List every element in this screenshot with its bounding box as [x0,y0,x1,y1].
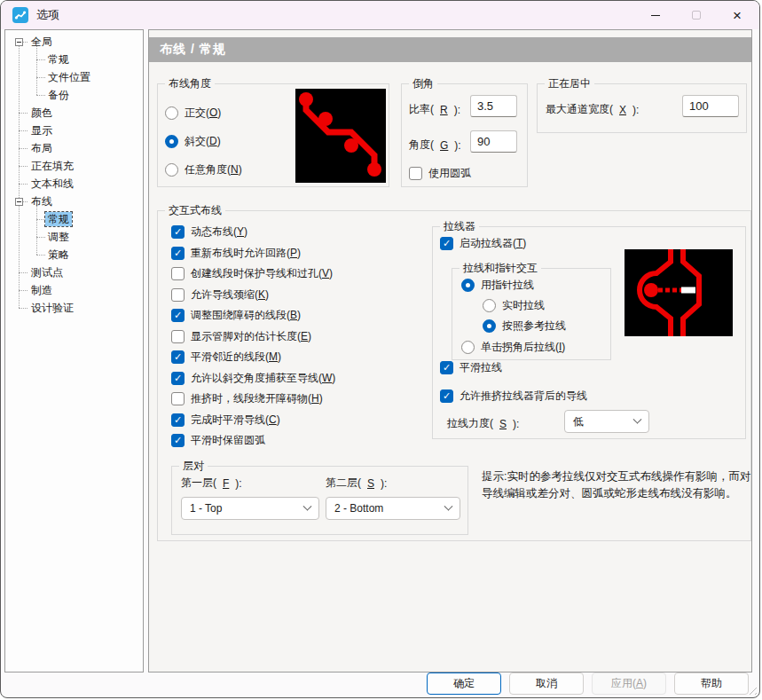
pcb-trace-icon [14,9,27,21]
checkbox-icon [171,225,185,239]
checkbox-row[interactable]: 动态布线(Y) [171,222,335,243]
push-behind-hug-checkbox[interactable]: 允许推挤拉线器背后的导线 [440,389,587,404]
enable-hug-checkbox[interactable]: 启动拉线器(T) [440,236,526,251]
minimize-icon [651,15,660,16]
radio-drag-with-pointer[interactable]: 用指针拉线 [461,278,534,293]
sidebar-item-label: 文件位置 [45,70,93,84]
interactive-routing-group: 交互式布线 动态布线(Y) 重新布线时允许回路(P) 创建线段时保护导线和过孔(… [157,210,751,541]
radio-follow-reference-drag[interactable]: 按照参考拉线 [483,319,566,334]
second-layer-label: 第二层(S): [326,476,387,491]
hug-group: 拉线器 启动拉线器(T) 拉线和指针交互 用指针拉线 实时拉线 [432,226,746,439]
sidebar-item-routing-general[interactable]: 常规 [7,210,141,228]
checkbox-icon [171,372,185,385]
max-channel-width-label: 最大通道宽度(X): [546,102,639,117]
sidebar-item-label: 测试点 [28,265,66,279]
checkbox-row[interactable]: 创建线段时保护导线和过孔(V) [171,263,335,285]
sidebar-item-label: 布局 [28,141,55,155]
sidebar-item-label: 全局 [28,35,55,49]
checkbox-row[interactable]: 允许导线颈缩(K) [171,285,335,306]
radio-label: 正交(O) [185,106,221,121]
chevron-down-icon [303,501,312,510]
title-bar: 选项 × [1,1,759,29]
ratio-input[interactable] [470,95,517,117]
collapse-icon[interactable] [15,198,23,206]
radio-icon [483,299,496,312]
help-button[interactable]: 帮助 [674,672,749,695]
radio-icon [165,106,178,120]
radio-any-angle[interactable]: 任意角度(N) [165,162,242,177]
max-channel-width-input[interactable] [682,95,739,117]
radio-label: 按照参考拉线 [502,319,566,334]
group-title: 布线角度 [165,77,215,90]
settings-sidebar: 全局 常规 文件位置 备份 颜色 显示 布局 正在填充 [4,29,144,672]
checkbox-label: 调整围绕障碍的线段(B) [191,308,301,323]
ok-button[interactable]: 确定 [427,672,501,695]
checkbox-row[interactable]: 平滑时保留圆弧 [171,430,335,452]
sidebar-item-label: 调整 [45,230,72,244]
checkbox-row[interactable]: 重新布线时允许回路(P) [171,243,335,264]
sidebar-item-routing[interactable]: 布线 [7,193,141,210]
checkbox-label: 平滑拉线 [460,360,502,375]
radio-drag-after-corner-click[interactable]: 单击拐角后拉线(I) [461,340,565,355]
sidebar-item-colors[interactable]: 颜色 [7,104,141,122]
sidebar-item-design-verification[interactable]: 设计验证 [7,299,141,317]
sidebar-item-label-selected: 常规 [45,212,72,226]
angle-input[interactable] [470,130,517,153]
sidebar-item-text-and-lines[interactable]: 文本和线 [7,175,141,193]
group-title: 正在居中 [545,77,594,90]
group-title: 层对 [179,460,208,473]
smooth-drag-checkbox[interactable]: 平滑拉线 [440,360,502,375]
sidebar-item-display[interactable]: 显示 [7,122,141,139]
checkbox-row[interactable]: 显示管脚对的估计长度(E) [171,326,335,348]
checkbox-label: 允许以斜交角度捕获至导线(W) [191,371,335,386]
drag-strength-select[interactable]: 低 [564,410,649,433]
sidebar-item-testpoints[interactable]: 测试点 [7,263,141,281]
radio-label: 单击拐角后拉线(I) [481,340,565,355]
select-value: 2 - Bottom [334,502,383,515]
sidebar-item-filling[interactable]: 正在填充 [7,157,141,175]
hug-preview-image [625,249,733,336]
sidebar-item-label: 常规 [45,52,72,67]
checkbox-row[interactable]: 允许以斜交角度捕获至导线(W) [171,368,335,389]
sidebar-item-file-locations[interactable]: 文件位置 [7,68,141,86]
checkbox-label: 动态布线(Y) [191,224,247,240]
options-dialog: 选项 × 全局 常规 文件位置 备份 颜色 [0,0,760,698]
sidebar-item-layout[interactable]: 布局 [7,139,141,157]
checkbox-icon [171,309,185,322]
chevron-down-icon [444,501,453,510]
page-title: 布线 / 常规 [149,37,751,62]
cancel-button[interactable]: 取消 [509,672,584,695]
minimize-button[interactable] [635,1,676,29]
sidebar-item-tuning[interactable]: 调整 [7,228,141,246]
checkbox-icon [171,413,185,427]
checkbox-row[interactable]: 完成时平滑导线(C) [171,410,335,431]
sidebar-item-global[interactable]: 全局 [7,33,141,51]
radio-icon [165,135,178,148]
radio-diagonal[interactable]: 斜交(D) [165,134,221,149]
sidebar-item-backup[interactable]: 备份 [7,86,141,104]
sidebar-item-global-general[interactable]: 常规 [7,51,141,68]
sidebar-item-strategy[interactable]: 策略 [7,246,141,263]
collapse-icon[interactable] [15,38,23,46]
first-layer-select[interactable]: 1 - Top [181,497,319,520]
use-arcs-checkbox[interactable]: 使用圆弧 [409,166,471,181]
radio-icon [461,341,475,354]
second-layer-select[interactable]: 2 - Bottom [326,497,460,520]
chevron-down-icon [633,414,642,423]
checkbox-row[interactable]: 推挤时，线段绕开障碍物(H) [171,389,335,410]
checkbox-label: 创建线段时保护导线和过孔(V) [191,266,333,281]
close-button[interactable]: × [717,1,758,29]
checkbox-icon [440,389,453,403]
radio-realtime-drag[interactable]: 实时拉线 [483,298,545,313]
maximize-button [676,1,717,29]
checkbox-label: 重新布线时允许回路(P) [191,246,301,261]
checkbox-label: 平滑时保留圆弧 [191,433,265,448]
sidebar-item-label: 制造 [28,283,55,297]
checkbox-label: 平滑邻近的线段(M) [191,350,281,365]
sidebar-item-manufacturing[interactable]: 制造 [7,281,141,299]
sidebar-item-label: 正在填充 [28,159,76,173]
checkbox-row[interactable]: 平滑邻近的线段(M) [171,347,335,368]
checkbox-row[interactable]: 调整围绕障碍的线段(B) [171,305,335,326]
radio-orthogonal[interactable]: 正交(O) [165,106,221,121]
checkbox-icon [171,267,185,280]
